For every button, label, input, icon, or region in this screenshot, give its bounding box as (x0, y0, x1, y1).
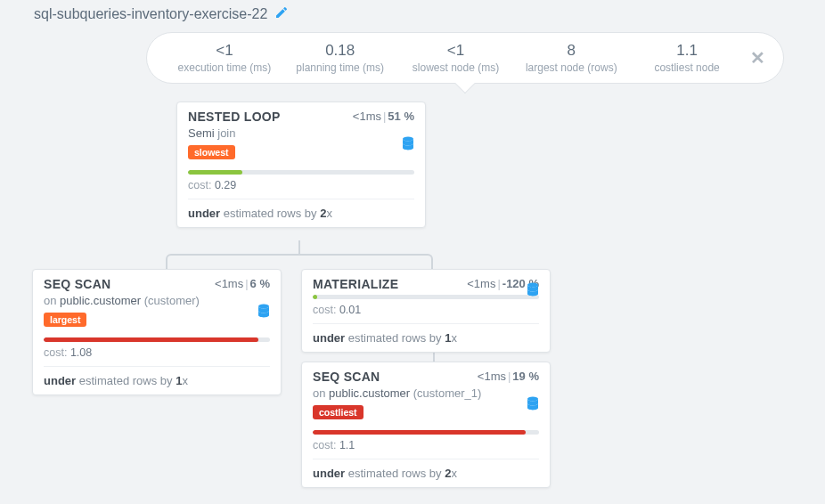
node-title: SEQ SCAN (44, 277, 111, 291)
database-icon (402, 136, 414, 150)
stats-pointer-icon (455, 74, 476, 94)
svg-point-0 (403, 137, 413, 142)
cost-bar (44, 337, 270, 342)
svg-point-2 (527, 283, 538, 288)
node-title: MATERIALIZE (313, 277, 398, 291)
node-subtitle: on public.customer (customer_1) (313, 386, 539, 400)
cost-line: cost: 1.08 (44, 346, 270, 367)
estimate-line: under estimated rows by 1x (44, 367, 270, 387)
node-title: NESTED LOOP (188, 110, 281, 124)
stat-planning-time: 0.18 planning time (ms) (282, 42, 398, 74)
node-subtitle: Semi join (188, 126, 414, 140)
node-title: SEQ SCAN (313, 370, 380, 384)
estimate-line: under estimated rows by 2x (313, 459, 539, 480)
badge-costliest: costliest (313, 405, 363, 419)
node-subtitle: on public.customer (customer) (44, 294, 270, 307)
connector (166, 254, 433, 270)
database-icon (527, 396, 539, 411)
plan-node-nested-loop[interactable]: NESTED LOOP <1ms|51 % Semi join slowest … (176, 102, 426, 228)
cost-line: cost: 0.29 (188, 179, 414, 199)
plan-node-seq-scan-customer-1[interactable]: SEQ SCAN <1ms|19 % on public.customer (c… (301, 362, 551, 488)
stat-slowest-node: <1 slowest node (ms) (398, 42, 514, 74)
cost-bar (188, 170, 414, 175)
cost-bar (313, 295, 539, 299)
cost-line: cost: 1.1 (313, 439, 539, 459)
cost-line: cost: 0.01 (313, 304, 539, 324)
edit-icon[interactable] (274, 5, 289, 23)
estimate-line: under estimated rows by 2x (188, 199, 414, 220)
close-icon[interactable]: ✕ (745, 47, 771, 69)
node-metrics: <1ms|51 % (353, 110, 414, 123)
stat-largest-node: 8 largest node (rows) (513, 42, 629, 74)
badge-largest: largest (44, 313, 86, 327)
database-icon (257, 304, 270, 318)
plan-node-seq-scan-customer[interactable]: SEQ SCAN <1ms|6 % on public.customer (cu… (32, 269, 282, 395)
badge-slowest: slowest (188, 145, 235, 159)
plan-node-materialize[interactable]: MATERIALIZE <1ms|-120 % cost: 0.01 under… (301, 269, 551, 353)
page-title-row: sql-subqueries-inventory-exercise-22 (34, 5, 289, 23)
svg-point-1 (258, 305, 269, 309)
stat-execution-time: <1 execution time (ms) (167, 42, 282, 74)
estimate-line: under estimated rows by 1x (313, 324, 539, 345)
page-title: sql-subqueries-inventory-exercise-22 (34, 6, 267, 22)
cost-bar (313, 430, 539, 435)
connector (298, 240, 300, 254)
node-metrics: <1ms|19 % (478, 370, 539, 383)
stats-bar: <1 execution time (ms) 0.18 planning tim… (146, 32, 784, 84)
node-metrics: <1ms|6 % (215, 277, 270, 290)
svg-point-3 (527, 397, 538, 402)
database-icon (527, 282, 539, 297)
stat-costliest-node: 1.1 costliest node (629, 42, 745, 74)
